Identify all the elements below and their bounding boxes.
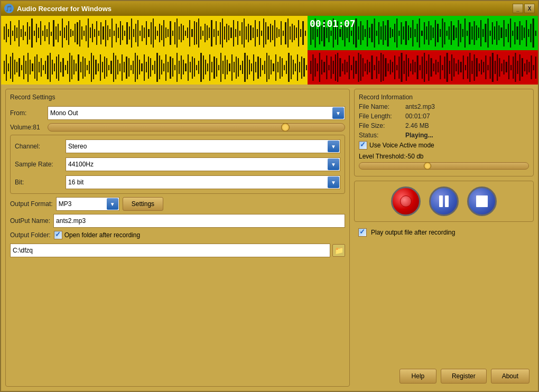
svg-rect-333 [200, 53, 202, 82]
svg-rect-340 [216, 58, 217, 77]
svg-rect-22 [49, 22, 50, 44]
svg-rect-77 [168, 29, 169, 37]
svg-rect-464 [495, 61, 496, 74]
minimize-button[interactable]: _ [513, 4, 523, 13]
svg-rect-401 [351, 65, 352, 70]
threshold-slider[interactable] [359, 162, 529, 170]
output-name-input[interactable] [53, 214, 345, 228]
svg-rect-271 [65, 65, 66, 70]
bit-select-wrapper[interactable]: 16 bit ▼ [66, 175, 340, 189]
open-folder-checkbox[interactable] [54, 231, 62, 239]
svg-rect-258 [36, 54, 38, 81]
svg-rect-108 [235, 29, 236, 37]
svg-rect-276 [76, 63, 77, 71]
register-button[interactable]: Register [441, 369, 487, 384]
output-format-row: Output Format: MP3 ▼ Settings [10, 197, 345, 211]
output-format-select-wrapper[interactable]: MP3 ▼ [56, 197, 119, 211]
svg-rect-402 [353, 57, 354, 79]
play-after-checkbox[interactable] [358, 228, 367, 237]
open-folder-row: Open folder after recording [54, 231, 140, 239]
svg-rect-8 [18, 20, 20, 46]
from-select[interactable]: Mono Out [48, 106, 345, 120]
svg-rect-330 [194, 58, 195, 77]
svg-rect-475 [519, 54, 521, 81]
svg-rect-367 [275, 54, 276, 81]
svg-rect-198 [437, 24, 439, 42]
svg-rect-48 [105, 20, 106, 46]
browse-folder-icon[interactable]: 📁 [332, 244, 345, 257]
svg-rect-314 [159, 55, 160, 79]
channel-select-wrapper[interactable]: Stereo ▼ [66, 139, 340, 153]
svg-rect-199 [440, 29, 441, 37]
svg-rect-395 [337, 53, 338, 82]
svg-rect-138 [300, 29, 301, 37]
svg-rect-306 [141, 63, 143, 71]
svg-rect-458 [481, 60, 482, 74]
svg-rect-404 [358, 53, 359, 82]
svg-rect-127 [276, 27, 277, 38]
close-button[interactable]: X [524, 4, 535, 13]
svg-rect-249 [16, 62, 17, 72]
svg-rect-355 [249, 60, 250, 74]
record-button[interactable] [391, 186, 421, 216]
svg-rect-82 [179, 26, 180, 40]
svg-rect-183 [403, 26, 404, 40]
svg-rect-222 [492, 22, 493, 44]
waveform-bottom [1, 50, 538, 85]
svg-rect-248 [14, 60, 15, 74]
folder-path-input[interactable] [10, 244, 330, 257]
svg-rect-478 [526, 60, 527, 74]
play-after-label: Play output file after recording [371, 229, 455, 236]
channel-select[interactable]: Stereo [66, 139, 340, 153]
svg-rect-200 [442, 18, 443, 48]
svg-rect-357 [253, 54, 254, 81]
svg-rect-358 [255, 62, 256, 72]
svg-rect-354 [247, 55, 248, 79]
bit-select[interactable]: 16 bit [66, 175, 340, 189]
svg-rect-369 [280, 57, 281, 79]
pause-button[interactable] [429, 186, 459, 216]
output-name-row: OutPut Name: [10, 214, 345, 228]
svg-rect-359 [257, 57, 259, 79]
play-after-row: Play output file after recording [354, 226, 534, 239]
svg-rect-468 [504, 60, 505, 74]
sample-rate-select-wrapper[interactable]: 44100Hz ▼ [66, 157, 340, 171]
svg-rect-319 [170, 57, 171, 79]
voice-active-checkbox[interactable] [359, 141, 367, 150]
waveform-green-top: 00:01:07 [308, 16, 538, 50]
svg-rect-269 [60, 62, 61, 72]
from-select-wrapper[interactable]: Mono Out ▼ [48, 106, 345, 120]
stop-button[interactable] [467, 186, 497, 216]
svg-rect-335 [205, 60, 206, 74]
svg-rect-445 [451, 54, 452, 81]
svg-rect-310 [150, 58, 151, 77]
bit-row: Bit: 16 bit ▼ [15, 175, 340, 189]
file-size-value: 2.46 MB [405, 122, 429, 129]
svg-rect-270 [62, 58, 64, 77]
channel-row: Channel: Stereo ▼ [15, 139, 340, 153]
help-button[interactable]: Help [399, 369, 436, 384]
svg-rect-427 [410, 63, 411, 71]
svg-rect-171 [376, 31, 377, 36]
svg-rect-29 [64, 27, 65, 38]
volume-slider[interactable] [48, 123, 345, 132]
svg-rect-342 [220, 53, 221, 82]
svg-rect-256 [32, 63, 33, 71]
svg-rect-9 [21, 29, 22, 37]
sample-rate-select[interactable]: 44100Hz [66, 157, 340, 171]
output-format-label: Output Format: [10, 200, 53, 208]
file-name-row: File Name: ants2.mp3 [359, 103, 529, 110]
svg-rect-448 [458, 60, 459, 74]
svg-rect-54 [118, 27, 119, 38]
output-format-select[interactable]: MP3 [56, 197, 119, 211]
svg-rect-226 [500, 27, 502, 38]
svg-rect-389 [323, 62, 325, 72]
svg-rect-364 [268, 55, 270, 79]
svg-rect-58 [126, 22, 128, 44]
svg-rect-299 [126, 57, 127, 79]
settings-button[interactable]: Settings [123, 197, 163, 211]
about-button[interactable]: About [491, 369, 529, 384]
svg-rect-107 [233, 20, 234, 46]
svg-rect-268 [58, 54, 59, 81]
sample-rate-label: Sample Rate: [15, 161, 62, 168]
